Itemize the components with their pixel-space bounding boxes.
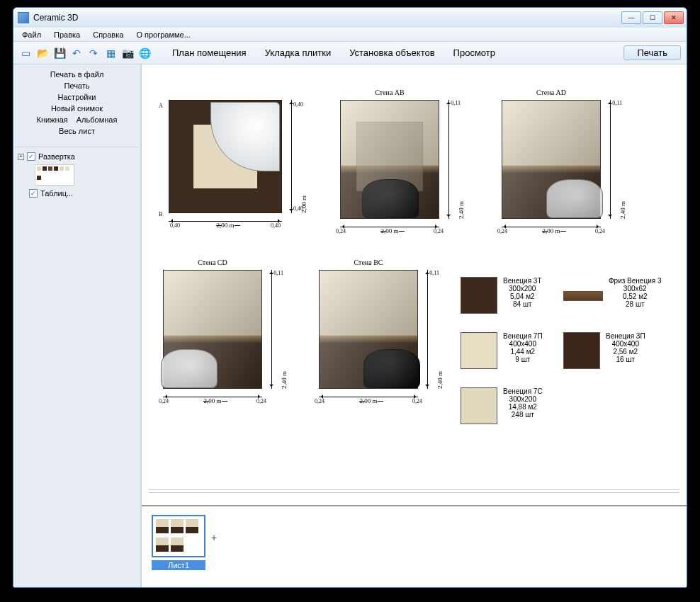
app-icon <box>18 12 29 23</box>
page-label[interactable]: Лист1 <box>152 560 205 570</box>
tree-item-unfold[interactable]: + ✓ Развертка <box>15 152 139 161</box>
separator <box>149 489 679 490</box>
titlebar[interactable]: Ceramic 3D — ☐ ✕ <box>13 8 687 28</box>
sidebar-new-snapshot[interactable]: Новый снимок <box>21 103 133 114</box>
toolbar: ▭ 📂 💾 ↶ ↷ ▦ 📷 🌐 План помещения Укладка п… <box>13 42 687 64</box>
bathtub-object <box>546 179 603 218</box>
app-window: Ceramic 3D — ☐ ✕ Файл Правка Справка О п… <box>13 7 687 588</box>
bathtub-object <box>363 349 420 388</box>
wall-ab[interactable]: Стена AB 2,00 m 0,24 0,24 2,40 m 0,11 <box>340 100 439 219</box>
checkbox-icon[interactable]: ✓ <box>29 189 38 198</box>
tab-preview[interactable]: Просмотр <box>446 45 502 60</box>
separator <box>149 492 679 493</box>
sidebar-portrait[interactable]: Книжная <box>37 115 68 124</box>
tile-entry: Фриз Венеция 3300х620,52 м228 шт <box>563 277 662 308</box>
undo-icon[interactable]: ↶ <box>70 47 83 59</box>
bathtub-object <box>161 349 218 388</box>
globe-icon[interactable]: 🌐 <box>138 47 151 59</box>
menu-edit[interactable]: Правка <box>48 29 86 40</box>
tree-thumb[interactable] <box>35 164 74 186</box>
tab-objects[interactable]: Установка объектов <box>342 45 441 60</box>
wall-ad[interactable]: Стена AD 2,00 m 0,24 0,24 2,40 m 0,11 <box>502 100 601 219</box>
plan-view[interactable]: A B 2,00 m 0,40 0,40 2,00 m 0,40 0,40 <box>169 100 282 213</box>
tile-entry: Венеция 7П400х4001,44 м29 шт <box>461 332 543 369</box>
menu-about[interactable]: О программе... <box>130 29 196 40</box>
menu-help[interactable]: Справка <box>87 29 129 40</box>
tile-entry: Венеция 7С300х20014,88 м2248 шт <box>461 387 543 424</box>
page-thumbnail[interactable] <box>152 515 205 557</box>
page-strip: Лист1 + <box>142 505 687 587</box>
sidebar-settings[interactable]: Настройки <box>21 91 133 103</box>
bathtub-object <box>362 179 419 218</box>
tile-swatch <box>563 332 600 369</box>
tab-print[interactable]: Печать <box>623 45 681 60</box>
menubar: Файл Правка Справка О программе... <box>13 28 687 42</box>
calc-icon[interactable]: ▦ <box>104 47 117 59</box>
sidebar-print-to-file[interactable]: Печать в файл <box>21 69 133 80</box>
camera-icon[interactable]: 📷 <box>121 47 134 59</box>
tile-entry: Венеция 3П400х4002,56 м216 шт <box>563 332 645 369</box>
redo-icon[interactable]: ↷ <box>87 47 100 59</box>
minimize-button[interactable]: — <box>621 11 641 24</box>
tile-entry: Венеция 3Т300х2005,04 м284 шт <box>461 277 542 314</box>
menu-file[interactable]: Файл <box>16 29 47 40</box>
save-icon[interactable]: 💾 <box>53 47 66 59</box>
add-page-button[interactable]: + <box>211 532 217 543</box>
checkbox-icon[interactable]: ✓ <box>27 152 35 161</box>
close-button[interactable]: ✕ <box>664 11 684 24</box>
maximize-button[interactable]: ☐ <box>643 11 662 24</box>
expand-icon[interactable]: + <box>18 154 24 160</box>
tab-tile[interactable]: Укладка плитки <box>258 45 339 60</box>
tile-swatch <box>461 387 497 424</box>
tree-item-table[interactable]: ✓ Таблиц... <box>26 188 139 198</box>
preview-canvas[interactable]: A B 2,00 m 0,40 0,40 2,00 m 0,40 0,40 Ст… <box>141 64 687 587</box>
wall-cd[interactable]: Стена CD 2,00 m 0,24 0,24 2,40 m 0,11 <box>163 270 262 389</box>
new-icon[interactable]: ▭ <box>19 47 32 59</box>
wall-bc[interactable]: Стена BC 2,00 m 0,24 0,24 2,40 m 0,11 <box>319 270 418 389</box>
sidebar-print[interactable]: Печать <box>21 80 133 91</box>
tile-swatch <box>461 277 497 314</box>
open-icon[interactable]: 📂 <box>36 47 49 59</box>
sidebar: Печать в файл Печать Настройки Новый сни… <box>13 64 141 587</box>
sidebar-landscape[interactable]: Альбомная <box>77 115 118 124</box>
window-title: Ceramic 3D <box>33 13 78 23</box>
sidebar-whole-sheet[interactable]: Весь лист <box>21 125 133 137</box>
tab-plan[interactable]: План помещения <box>165 45 254 60</box>
tile-swatch <box>563 291 603 301</box>
tile-swatch <box>461 332 497 369</box>
